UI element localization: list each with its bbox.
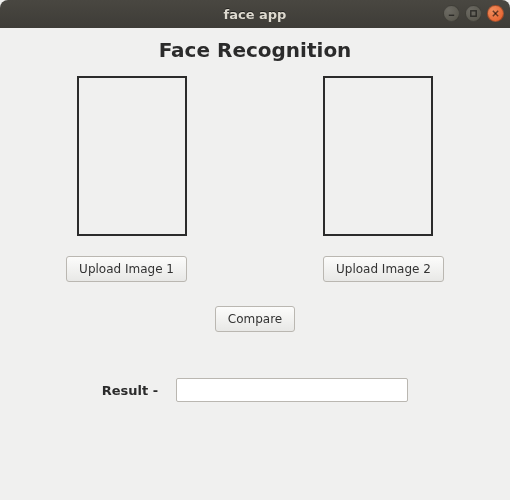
upload-image-2-button[interactable]: Upload Image 2 xyxy=(323,256,444,282)
maximize-button[interactable] xyxy=(465,5,482,22)
result-label: Result - xyxy=(102,383,158,398)
upload-buttons-row: Upload Image 1 Upload Image 2 xyxy=(0,256,510,282)
image-slot-1 xyxy=(77,76,187,236)
image-slots-row xyxy=(0,76,510,236)
close-icon xyxy=(491,9,500,18)
page-title: Face Recognition xyxy=(0,38,510,62)
app-client-area: Face Recognition Upload Image 1 Upload I… xyxy=(0,28,510,500)
compare-button[interactable]: Compare xyxy=(215,306,295,332)
compare-row: Compare xyxy=(0,306,510,332)
window-title: face app xyxy=(0,7,510,22)
window-titlebar: face app xyxy=(0,0,510,28)
result-output[interactable] xyxy=(176,378,408,402)
window-controls xyxy=(443,5,504,22)
maximize-icon xyxy=(469,9,478,18)
minimize-button[interactable] xyxy=(443,5,460,22)
close-button[interactable] xyxy=(487,5,504,22)
minimize-icon xyxy=(447,9,456,18)
result-row: Result - xyxy=(0,378,510,402)
svg-rect-1 xyxy=(471,11,476,16)
upload-image-1-button[interactable]: Upload Image 1 xyxy=(66,256,187,282)
image-slot-2 xyxy=(323,76,433,236)
